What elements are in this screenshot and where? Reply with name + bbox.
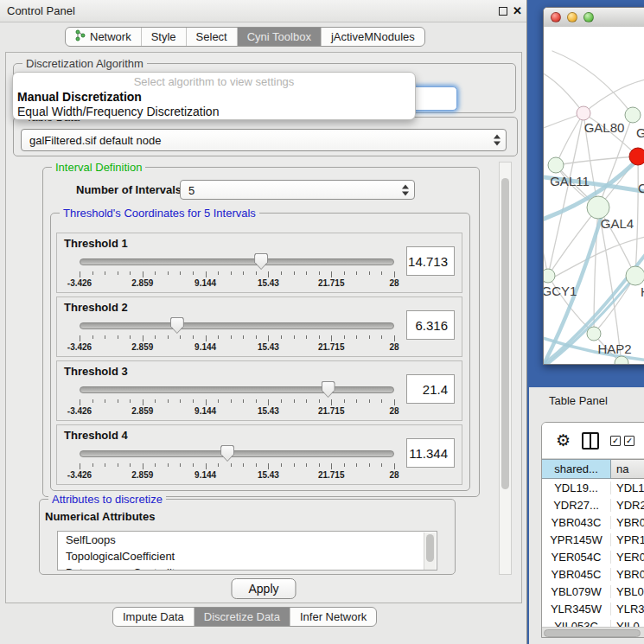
tab-select[interactable]: Select <box>187 28 238 46</box>
list-scrollbar-thumb[interactable] <box>426 534 434 562</box>
close-icon[interactable]: ✕ <box>513 4 522 17</box>
attribute-item[interactable]: BetweennessCentrality <box>58 564 437 571</box>
tab-discretize-data[interactable]: Discretize Data <box>194 608 290 626</box>
table-data-combobox[interactable]: galFiltered.sif default node <box>21 129 507 151</box>
gear-icon[interactable]: ⚙ <box>556 432 571 449</box>
number-of-intervals-combobox[interactable]: 5 <box>180 180 415 200</box>
network-window-titlebar[interactable] <box>544 8 644 28</box>
cell-name[interactable]: YBL0 <box>611 585 644 598</box>
cell-shared-name[interactable]: YIL053C <box>542 620 611 628</box>
table-row[interactable]: YDL19...YDL1 <box>542 479 644 496</box>
cell-name[interactable]: YDL1 <box>611 481 644 494</box>
slider-tick-label: 28 <box>389 278 399 288</box>
network-edge[interactable] <box>556 156 638 165</box>
slider-track[interactable] <box>80 386 394 393</box>
network-canvas[interactable]: GAL80GCGAL11GAL4GCY1HHAP2 <box>544 27 644 365</box>
network-edge[interactable] <box>598 207 622 363</box>
network-node[interactable] <box>625 107 641 123</box>
checkbox-checked-icon[interactable]: ✓ <box>610 436 621 446</box>
checkbox-checked-icon[interactable]: ✓ <box>624 436 634 446</box>
slider-thumb[interactable] <box>322 381 335 398</box>
threshold-slider[interactable]: -3.4262.8599.14415.4321.71528 <box>80 316 394 354</box>
network-node[interactable] <box>577 106 590 120</box>
slider-thumb[interactable] <box>254 253 268 270</box>
settings-scrollbar-thumb[interactable] <box>501 178 509 489</box>
network-node[interactable] <box>544 269 555 283</box>
network-view-window[interactable]: GAL80GCGAL11GAL4GCY1HHAP2 <box>543 7 644 365</box>
network-edge[interactable] <box>635 156 638 276</box>
tab-infer-network[interactable]: Infer Network <box>290 608 376 626</box>
network-node[interactable] <box>548 157 564 173</box>
algorithm-dropdown-popup: Select algorithm to view settings Manual… <box>12 72 416 120</box>
attribute-item[interactable]: SelfLoops <box>58 532 437 548</box>
cell-shared-name[interactable]: YLR345W <box>542 603 611 615</box>
threshold-slider[interactable]: -3.4262.8599.14415.4321.71528 <box>80 380 394 418</box>
cell-shared-name[interactable]: YBR045C <box>542 568 611 581</box>
columns-icon[interactable] <box>582 432 599 450</box>
close-traffic-light[interactable] <box>551 12 561 22</box>
slider-tick <box>394 335 395 341</box>
cell-name[interactable]: YBR0 <box>611 568 644 581</box>
table-row[interactable]: YBR045CYBR0 <box>542 565 644 583</box>
float-window-icon[interactable] <box>499 7 507 16</box>
apply-button[interactable]: Apply <box>231 578 296 599</box>
cell-shared-name[interactable]: YBR043C <box>542 516 611 529</box>
network-edge[interactable] <box>544 72 583 113</box>
column-header-name[interactable]: na <box>611 459 644 479</box>
slider-track[interactable] <box>80 322 394 329</box>
cell-name[interactable]: YDR2 <box>611 499 644 512</box>
threshold-slider[interactable]: -3.4262.8599.14415.4321.71528 <box>80 444 394 482</box>
cell-shared-name[interactable]: YBL079W <box>542 585 611 598</box>
network-edge[interactable] <box>548 113 583 276</box>
column-header-shared-name[interactable]: shared... <box>542 459 611 479</box>
slider-tick <box>331 463 332 469</box>
dropdown-option-equal-width-frequency[interactable]: Equal Width/Frequency Discretization <box>17 105 219 118</box>
cell-shared-name[interactable]: YDL19... <box>542 481 611 494</box>
tab-network[interactable]: Network <box>66 28 142 46</box>
threshold-value[interactable]: 6.316 <box>406 310 455 340</box>
horizontal-scrollbar[interactable] <box>542 627 644 638</box>
cell-name[interactable]: YER0 <box>611 551 644 564</box>
table-row[interactable]: YBL079WYBL0 <box>542 583 644 600</box>
threshold-slider[interactable]: -3.4262.8599.14415.4321.71528 <box>80 252 394 290</box>
threshold-value[interactable]: 14.713 <box>406 246 455 276</box>
slider-track[interactable] <box>80 450 394 457</box>
cell-shared-name[interactable]: YDR27... <box>542 499 611 512</box>
cell-name[interactable]: YIL0 <box>611 620 644 628</box>
network-node[interactable] <box>626 266 644 285</box>
minimize-traffic-light[interactable] <box>567 12 577 22</box>
network-node[interactable] <box>587 327 601 341</box>
slider-tick <box>180 399 181 403</box>
tab-style[interactable]: Style <box>142 28 187 46</box>
table-row[interactable]: YIL053CYIL0 <box>542 617 644 627</box>
zoom-traffic-light[interactable] <box>583 12 594 22</box>
tab-cyni-toolbox[interactable]: Cyni Toolbox <box>238 28 322 46</box>
tab-impute-data[interactable]: Impute Data <box>113 608 194 626</box>
table-row[interactable]: YDR27...YDR2 <box>542 496 644 513</box>
table-row[interactable]: YLR345WYLR3 <box>542 600 644 617</box>
cell-name[interactable]: YBR0 <box>611 516 644 529</box>
slider-track[interactable] <box>80 258 394 265</box>
settings-scrollbar[interactable] <box>499 162 512 575</box>
attribute-item[interactable]: TopologicalCoefficient <box>58 548 437 564</box>
dropdown-option-manual-discretization[interactable]: Manual Discretization <box>17 90 142 104</box>
cell-shared-name[interactable]: YER054C <box>542 551 611 564</box>
horizontal-scrollbar-thumb[interactable] <box>544 629 641 637</box>
cell-name[interactable]: YLR3 <box>611 603 644 615</box>
tab-jactivemnodules[interactable]: jActiveMNodules <box>322 28 424 46</box>
network-node[interactable] <box>629 148 644 165</box>
cell-name[interactable]: YPR1 <box>611 533 644 546</box>
table-row[interactable]: YPR145WYPR1 <box>542 531 644 548</box>
slider-thumb[interactable] <box>220 445 234 462</box>
network-edge[interactable] <box>556 113 583 165</box>
cell-shared-name[interactable]: YPR145W <box>542 533 611 546</box>
threshold-value[interactable]: 21.4 <box>406 374 455 404</box>
table-row[interactable]: YER054CYER0 <box>542 548 644 565</box>
list-scrollbar[interactable] <box>424 532 436 571</box>
threshold-value[interactable]: 11.344 <box>406 438 455 468</box>
table-row[interactable]: YBR043CYBR0 <box>542 513 644 531</box>
numerical-attributes-list[interactable]: SelfLoopsTopologicalCoefficientBetweenne… <box>57 531 437 571</box>
slider-thumb[interactable] <box>170 317 184 334</box>
slider-tick <box>306 335 307 339</box>
network-edge[interactable] <box>544 217 548 276</box>
